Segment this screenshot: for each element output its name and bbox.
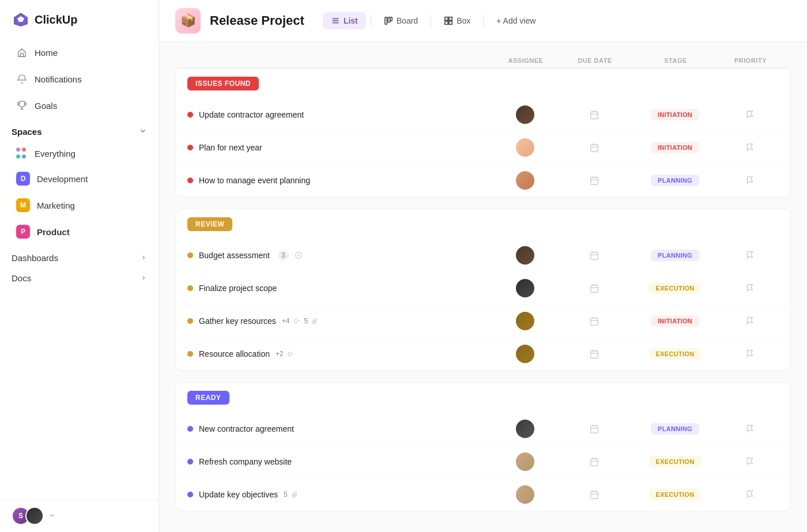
task-row[interactable]: How to manage event planning PLANNING (176, 164, 790, 197)
list-tab-icon (331, 16, 340, 25)
due-date-cell[interactable] (560, 110, 629, 120)
task-row[interactable]: Resource allocation +2 EXECUTION (176, 338, 790, 370)
attachment-icon (311, 318, 319, 325)
sidebar-section-dashboards[interactable]: Dashboards (0, 245, 159, 265)
col-assignee: ASSIGNEE (491, 57, 560, 64)
sidebar-nav-home[interactable]: Home (5, 40, 154, 65)
section-issues-badge: ISSUES FOUND (187, 77, 259, 90)
task-priority-dot (187, 459, 193, 465)
task-name: How to manage event planning (199, 176, 310, 185)
stage-badge: EXECUTION (649, 456, 702, 467)
section-ready-badge: READY (187, 391, 229, 405)
due-date-cell[interactable] (560, 175, 629, 186)
due-date-cell[interactable] (560, 283, 629, 293)
logo: ClickUp (0, 0, 159, 39)
avatar (516, 345, 534, 363)
sidebar-nav-goals[interactable]: Goals (5, 93, 154, 118)
svg-rect-23 (591, 492, 598, 499)
task-name: Resource allocation (199, 349, 270, 359)
spaces-title: Spaces (12, 127, 42, 137)
svg-rect-11 (445, 21, 448, 24)
trophy-icon (16, 100, 28, 111)
stage-badge: INITIATION (651, 109, 699, 120)
attach-count: 5 (304, 317, 308, 325)
bell-icon (16, 73, 28, 85)
task-name-cell: Update contractor agreement (187, 110, 491, 119)
task-name: Plan for next year (199, 143, 262, 152)
sidebar-item-product[interactable]: P Product (5, 219, 154, 244)
assignee-cell (491, 485, 560, 504)
flag-icon (745, 349, 755, 359)
task-row[interactable]: New contractor agreement PLANNING (176, 413, 790, 446)
task-row[interactable]: Plan for next year INITIATION (176, 131, 790, 164)
task-row[interactable]: Budget assessment 3 PLANNING (176, 239, 790, 272)
tab-board-label: Board (397, 16, 418, 25)
calendar-icon (589, 316, 599, 326)
task-plus-badge: +4 (282, 317, 290, 325)
sidebar-section-docs[interactable]: Docs (0, 265, 159, 285)
tab-box[interactable]: Box (436, 12, 478, 29)
task-row[interactable]: Update key objectives 5 EXECUTION (176, 478, 790, 511)
due-date-cell[interactable] (560, 250, 629, 261)
clickup-logo-icon (12, 10, 30, 29)
task-name-cell: Plan for next year (187, 143, 491, 152)
assignee-cell (491, 171, 560, 190)
section-issues-header: ISSUES FOUND (176, 69, 790, 99)
task-plus-badge2: +2 (276, 350, 284, 358)
flag-icon (745, 142, 755, 153)
task-priority-dot (187, 492, 193, 497)
assignee-cell (491, 345, 560, 363)
task-priority-dot (187, 318, 193, 324)
calendar-icon (589, 175, 599, 186)
due-date-cell[interactable] (560, 349, 629, 359)
spaces-chevron-icon[interactable] (139, 127, 147, 137)
user-avatars[interactable]: S (12, 507, 44, 525)
due-date-cell[interactable] (560, 424, 629, 434)
home-icon (16, 47, 28, 58)
user-dropdown-icon[interactable] (48, 511, 55, 521)
sidebar-nav-notifications[interactable]: Notifications (5, 66, 154, 92)
section-review: REVIEW Budget assessment 3 PLANNING Fina… (175, 209, 791, 371)
stage-cell: PLANNING (629, 175, 721, 186)
tab-divider-2 (431, 15, 431, 27)
task-name: Budget assessment (199, 251, 270, 260)
stage-badge: INITIATION (651, 315, 699, 327)
calendar-icon (589, 456, 599, 467)
task-row[interactable]: Gather key resources +4 5 INITIATION (176, 305, 790, 338)
sidebar-bottom: S (0, 499, 159, 532)
svg-rect-15 (591, 178, 598, 185)
due-date-cell[interactable] (560, 142, 629, 153)
sidebar-item-development[interactable]: D Development (5, 166, 154, 191)
due-date-cell[interactable] (560, 489, 629, 500)
tab-board[interactable]: Board (376, 12, 426, 29)
tab-list-label: List (344, 16, 358, 25)
due-date-cell[interactable] (560, 456, 629, 467)
tab-list[interactable]: List (323, 12, 366, 29)
avatar (516, 105, 534, 124)
task-priority-dot (187, 285, 193, 291)
task-name: Finalize project scope (199, 284, 277, 293)
stage-cell: PLANNING (629, 250, 721, 261)
main-content-area: 📦 Release Project List Board Box + Add v… (159, 0, 807, 532)
task-row[interactable]: Update contractor agreement INITIATION (176, 99, 790, 131)
avatar (516, 171, 534, 190)
tab-divider-3 (483, 15, 484, 27)
task-row[interactable]: Finalize project scope EXECUTION (176, 272, 790, 305)
avatar (516, 312, 534, 330)
sidebar-item-everything[interactable]: Everything (5, 142, 154, 165)
main-header: 📦 Release Project List Board Box + Add v… (159, 0, 807, 42)
task-row[interactable]: Refresh company website EXECUTION (176, 446, 790, 478)
avatar (516, 420, 534, 438)
stage-cell: PLANNING (629, 423, 721, 435)
stage-badge: EXECUTION (649, 348, 702, 360)
flag-icon (745, 424, 755, 434)
stage-cell: INITIATION (629, 142, 721, 153)
attach-count2: 5 (284, 491, 288, 499)
board-tab-icon (384, 16, 393, 25)
svg-rect-9 (445, 17, 448, 20)
svg-rect-10 (449, 17, 452, 20)
add-view-button[interactable]: + Add view (488, 12, 544, 29)
due-date-cell[interactable] (560, 316, 629, 326)
tab-divider-1 (371, 15, 371, 27)
sidebar-item-marketing[interactable]: M Marketing (5, 193, 154, 218)
